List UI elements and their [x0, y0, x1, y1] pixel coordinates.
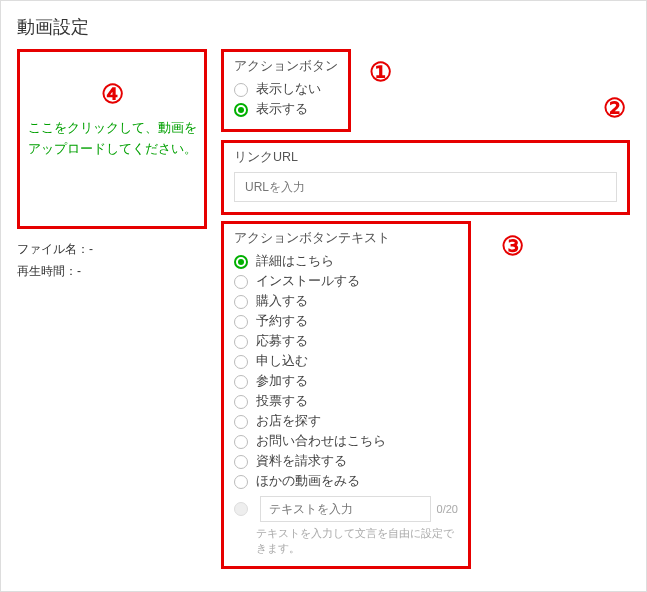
radio-icon — [234, 335, 248, 349]
action-button-group-label: アクションボタン — [234, 58, 338, 75]
annotation-badge-3: ③ — [501, 231, 524, 262]
radio-icon — [234, 295, 248, 309]
radio-button-text-option[interactable]: お問い合わせはこちら — [234, 433, 458, 450]
radio-icon — [234, 83, 248, 97]
radio-button-text-option[interactable]: 応募する — [234, 333, 458, 350]
link-url-label: リンクURL — [234, 149, 617, 166]
radio-button-text-option[interactable]: お店を探す — [234, 413, 458, 430]
content-row: ④ ここをクリックして、動画を アップロードしてください。 ファイル名：- 再生… — [17, 49, 630, 575]
upload-instruction: ここをクリックして、動画を アップロードしてください。 — [28, 118, 197, 161]
radio-label: 応募する — [256, 333, 308, 350]
button-text-group: アクションボタンテキスト 詳細はこちら インストールする 購入する 予約する 応… — [221, 221, 471, 569]
radio-icon — [234, 315, 248, 329]
radio-label: 予約する — [256, 313, 308, 330]
right-column: アクションボタン 表示しない 表示する ① ② リンクURL — [221, 49, 630, 575]
file-name-label: ファイル名： — [17, 242, 89, 256]
radio-button-text-option[interactable]: インストールする — [234, 273, 458, 290]
action-button-group: アクションボタン 表示しない 表示する — [221, 49, 351, 132]
video-settings-panel: 動画設定 ④ ここをクリックして、動画を アップロードしてください。 ファイル名… — [0, 0, 647, 592]
upload-instruction-line2: アップロードしてください。 — [28, 142, 197, 156]
duration-row: 再生時間：- — [17, 261, 207, 283]
radio-button-text-option[interactable]: 予約する — [234, 313, 458, 330]
radio-icon — [234, 435, 248, 449]
radio-button-text-option[interactable]: 詳細はこちら — [234, 253, 458, 270]
left-column: ④ ここをクリックして、動画を アップロードしてください。 ファイル名：- 再生… — [17, 49, 207, 282]
duration-value: - — [77, 264, 81, 278]
file-name-value: - — [89, 242, 93, 256]
radio-icon — [234, 502, 248, 516]
radio-label: 表示する — [256, 101, 308, 118]
page-title: 動画設定 — [17, 15, 630, 39]
radio-icon — [234, 455, 248, 469]
annotation-badge-4: ④ — [101, 72, 124, 116]
radio-icon — [234, 375, 248, 389]
radio-button-text-option[interactable]: 参加する — [234, 373, 458, 390]
radio-icon — [234, 415, 248, 429]
file-name-row: ファイル名：- — [17, 239, 207, 261]
radio-label: 資料を請求する — [256, 453, 347, 470]
radio-label: 投票する — [256, 393, 308, 410]
radio-label: お問い合わせはこちら — [256, 433, 386, 450]
link-url-group: リンクURL — [221, 140, 630, 215]
button-text-wrapper: アクションボタンテキスト 詳細はこちら インストールする 購入する 予約する 応… — [221, 221, 630, 569]
duration-label: 再生時間： — [17, 264, 77, 278]
radio-label: ほかの動画をみる — [256, 473, 360, 490]
radio-label: 詳細はこちら — [256, 253, 334, 270]
upload-instruction-line1: ここをクリックして、動画を — [28, 121, 197, 135]
char-counter: 0/20 — [437, 503, 458, 515]
radio-label: 申し込む — [256, 353, 308, 370]
radio-icon — [234, 355, 248, 369]
button-text-group-label: アクションボタンテキスト — [234, 230, 458, 247]
custom-button-text-input[interactable] — [260, 496, 431, 522]
radio-button-text-custom[interactable]: 0/20 — [234, 496, 458, 522]
radio-icon — [234, 475, 248, 489]
radio-button-text-option[interactable]: 申し込む — [234, 353, 458, 370]
annotation-badge-2: ② — [603, 93, 626, 124]
action-button-wrapper: アクションボタン 表示しない 表示する ① ② — [221, 49, 630, 132]
link-url-input[interactable] — [234, 172, 617, 202]
radio-button-text-option[interactable]: 投票する — [234, 393, 458, 410]
radio-button-text-option[interactable]: 購入する — [234, 293, 458, 310]
radio-icon — [234, 255, 248, 269]
radio-label: お店を探す — [256, 413, 321, 430]
radio-icon — [234, 275, 248, 289]
radio-label: インストールする — [256, 273, 360, 290]
radio-icon — [234, 103, 248, 117]
radio-hide-action-button[interactable]: 表示しない — [234, 81, 338, 98]
radio-button-text-option[interactable]: ほかの動画をみる — [234, 473, 458, 490]
radio-label: 購入する — [256, 293, 308, 310]
radio-show-action-button[interactable]: 表示する — [234, 101, 338, 118]
custom-text-hint: テキストを入力して文言を自由に設定できます。 — [256, 526, 458, 556]
annotation-badge-1: ① — [369, 57, 392, 88]
file-metadata: ファイル名：- 再生時間：- — [17, 239, 207, 282]
radio-icon — [234, 395, 248, 409]
radio-label: 表示しない — [256, 81, 321, 98]
radio-label: 参加する — [256, 373, 308, 390]
video-upload-dropzone[interactable]: ④ ここをクリックして、動画を アップロードしてください。 — [17, 49, 207, 229]
radio-button-text-option[interactable]: 資料を請求する — [234, 453, 458, 470]
